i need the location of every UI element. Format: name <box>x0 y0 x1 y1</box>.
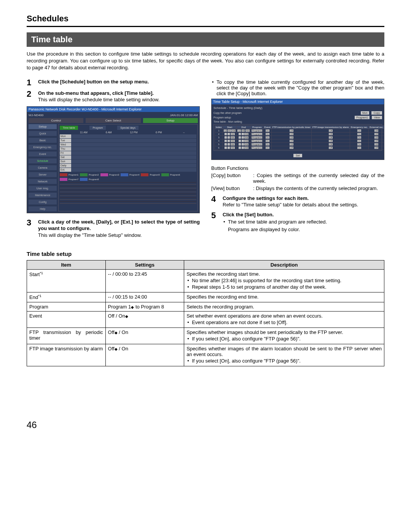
ss2-cell[interactable]: 3 <box>215 136 223 139</box>
setup-settings: Off / On <box>105 328 184 344</box>
day-button[interactable]: Mon <box>60 134 71 138</box>
day-button[interactable]: Sun <box>60 160 71 163</box>
ss2-cell[interactable]: --:-- AM <box>237 139 251 142</box>
ss2-cell[interactable]: 12:00 AM <box>223 129 237 132</box>
step1-title: Click the [Schedule] button on the setup… <box>38 79 149 85</box>
ss2-cell[interactable]: Program1 <box>251 136 263 139</box>
ss2-cell[interactable]: On <box>263 146 271 149</box>
sidebar-item[interactable]: Camera <box>29 165 57 170</box>
ss2-cell[interactable]: Off <box>271 132 311 136</box>
day-button[interactable]: Fri <box>60 151 71 155</box>
ss2-cell[interactable]: --:-- AM <box>223 139 237 142</box>
ss2-cell[interactable]: On <box>263 129 271 132</box>
sidebar-item[interactable]: Config <box>29 200 57 204</box>
ss2-cell[interactable]: Off <box>312 142 350 146</box>
timeline-bar <box>71 164 196 168</box>
ss2-cell[interactable]: --:-- AM <box>237 136 251 139</box>
subtab-specialdays[interactable]: Special days <box>117 126 139 130</box>
ss2-cell[interactable]: On <box>350 139 369 142</box>
sidebar-item[interactable]: Help <box>29 206 57 211</box>
step2-title: On the sub-menu that appears, click [Tim… <box>38 90 154 96</box>
ss2-cell[interactable]: Off <box>271 129 311 132</box>
ss2-cell[interactable]: --:-- AM <box>237 146 251 149</box>
ss2-cell[interactable]: Off <box>271 139 311 142</box>
ss2-cell[interactable]: Off <box>369 139 384 142</box>
ss2-cell[interactable]: On <box>350 146 369 149</box>
ss2-cell[interactable]: Program1 <box>251 146 263 149</box>
ss2-cell[interactable]: Off <box>369 146 384 149</box>
ss2-cell[interactable]: Off <box>271 142 311 146</box>
ss2-cell[interactable]: Off <box>271 136 311 139</box>
ss2-cell[interactable]: 6 <box>215 146 223 149</box>
ss2-cell[interactable]: Off <box>312 132 350 136</box>
ss2-cell[interactable]: Off <box>369 132 384 136</box>
sidebar-item[interactable]: Maintenance <box>29 193 57 198</box>
set-button[interactable]: Set <box>293 154 302 157</box>
ss2-th: External rec. <box>369 125 384 129</box>
ss2-cell[interactable]: 5 <box>215 142 223 146</box>
tab-setup[interactable]: Setup <box>143 118 198 123</box>
ss2-cell[interactable]: Off <box>369 136 384 139</box>
ss2-cell[interactable]: Off <box>312 136 350 139</box>
copy-btn-label: [Copy] button <box>211 173 249 184</box>
ss2-cell[interactable]: --:-- AM <box>223 132 237 136</box>
copy-day-select[interactable]: Mon <box>361 111 369 115</box>
ss2-cell[interactable]: On <box>350 136 369 139</box>
ss2-cell[interactable]: --:-- AM <box>237 142 251 146</box>
day-button[interactable]: Wed <box>60 143 71 147</box>
subtab-timetable[interactable]: Time table <box>60 126 78 130</box>
day-button[interactable]: Thu <box>60 147 71 151</box>
sidebar-item[interactable]: Network <box>29 179 57 184</box>
copy-button[interactable]: Copy <box>371 111 382 115</box>
ss2-cell[interactable]: Program1 <box>251 139 263 142</box>
ss2-cell[interactable]: 12:00 AM <box>237 129 251 132</box>
timeline-bar <box>71 160 196 163</box>
divider <box>27 26 384 27</box>
right-column: To copy the time table currently configu… <box>211 78 384 242</box>
day-button[interactable]: Tue <box>60 139 71 142</box>
sidebar-item[interactable]: Basic <box>29 138 57 143</box>
ss2-cell[interactable]: Off <box>312 139 350 142</box>
sidebar-item[interactable]: Server <box>29 172 57 177</box>
ss2-cell[interactable]: 2 <box>215 132 223 136</box>
setup-settings: Off / On <box>105 344 184 366</box>
tab-control[interactable]: Control <box>29 118 83 123</box>
ss2-th: Index <box>215 125 223 129</box>
window-titlebar: Time Table Setup - Microsoft Internet Ex… <box>212 99 384 104</box>
program-select[interactable]: Program1 <box>355 116 370 119</box>
tab-cam-select[interactable]: Cam Select <box>86 118 140 123</box>
ss2-cell[interactable]: --:-- AM <box>237 132 251 136</box>
ss2-cell[interactable]: On <box>263 136 271 139</box>
ss2-cell[interactable]: --:-- AM <box>223 146 237 149</box>
ss2-cell[interactable]: 4 <box>215 139 223 142</box>
ss2-cell[interactable]: Off <box>369 129 384 132</box>
ss2-cell[interactable]: On <box>263 142 271 146</box>
th-description: Description <box>184 260 384 270</box>
ss2-cell[interactable]: On <box>263 139 271 142</box>
ss2-cell[interactable]: On <box>263 132 271 136</box>
sidebar-item[interactable]: Schedule <box>29 158 57 163</box>
view-button[interactable]: View <box>372 116 382 119</box>
ss2-cell[interactable]: 1 <box>215 129 223 132</box>
ss2-cell[interactable]: Program1 <box>251 129 263 132</box>
day-button[interactable]: Sat <box>60 155 71 159</box>
sidebar-item[interactable]: User mng. <box>29 186 57 191</box>
ss2-cell[interactable]: Off <box>271 146 311 149</box>
ss2-cell[interactable]: On <box>350 129 369 132</box>
ss2-cell[interactable]: Program1 <box>251 132 263 136</box>
ss2-cell[interactable]: Off <box>312 146 350 149</box>
sidebar-item[interactable]: Quick <box>29 131 57 136</box>
subtab-program[interactable]: Program <box>89 126 106 130</box>
ss2-cell[interactable]: Off <box>312 129 350 132</box>
ss2-cell[interactable]: --:-- AM <box>223 142 237 146</box>
ss2-cell[interactable]: Off <box>369 142 384 146</box>
sidebar-item[interactable]: Event <box>29 152 57 157</box>
setup-description: Specifies whether images of the alarm lo… <box>184 344 384 366</box>
ss2-cell[interactable]: On <box>350 142 369 146</box>
day-button[interactable]: Ext. <box>60 168 71 172</box>
ss2-cell[interactable]: On <box>350 132 369 136</box>
sidebar-item[interactable]: Emergency rec. <box>29 145 57 150</box>
ss2-cell[interactable]: --:-- AM <box>223 136 237 139</box>
day-button[interactable]: Daily <box>60 164 71 168</box>
ss2-cell[interactable]: Program1 <box>251 142 263 146</box>
